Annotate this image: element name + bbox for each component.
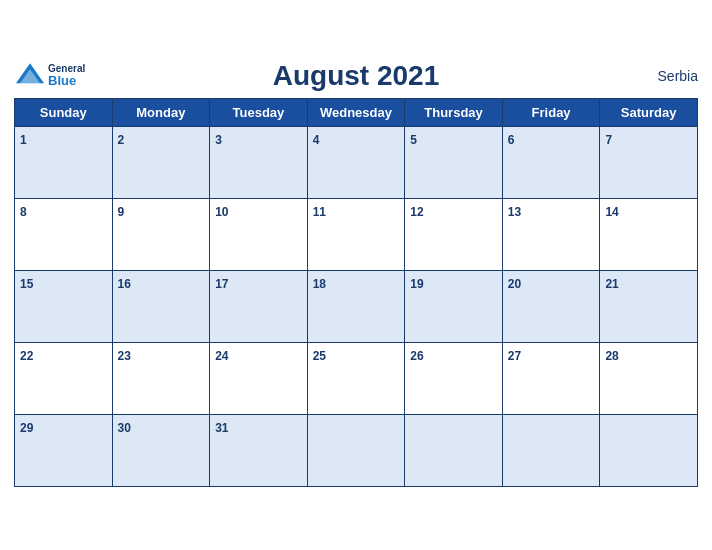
calendar-cell: 29 xyxy=(15,414,113,486)
date-number: 23 xyxy=(118,349,131,363)
date-number: 2 xyxy=(118,133,125,147)
logo-blue-text: Blue xyxy=(48,74,85,88)
calendar-cell: 26 xyxy=(405,342,503,414)
header-wednesday: Wednesday xyxy=(307,98,405,126)
date-number: 28 xyxy=(605,349,618,363)
header-friday: Friday xyxy=(502,98,600,126)
calendar-cell xyxy=(502,414,600,486)
date-number: 25 xyxy=(313,349,326,363)
date-number: 15 xyxy=(20,277,33,291)
date-number: 10 xyxy=(215,205,228,219)
date-number: 29 xyxy=(20,421,33,435)
date-number: 26 xyxy=(410,349,423,363)
calendar-cell: 9 xyxy=(112,198,210,270)
calendar-cell: 16 xyxy=(112,270,210,342)
logo-icon xyxy=(14,61,46,91)
calendar-cell xyxy=(600,414,698,486)
calendar-header: General Blue August 2021 Serbia xyxy=(14,60,698,92)
calendar-cell: 28 xyxy=(600,342,698,414)
calendar-cell: 8 xyxy=(15,198,113,270)
date-number: 27 xyxy=(508,349,521,363)
calendar-week-row-2: 891011121314 xyxy=(15,198,698,270)
calendar-table: Sunday Monday Tuesday Wednesday Thursday… xyxy=(14,98,698,487)
calendar-cell: 7 xyxy=(600,126,698,198)
calendar-cell: 13 xyxy=(502,198,600,270)
calendar-cell: 24 xyxy=(210,342,308,414)
calendar-cell: 3 xyxy=(210,126,308,198)
date-number: 31 xyxy=(215,421,228,435)
calendar-week-row-1: 1234567 xyxy=(15,126,698,198)
date-number: 11 xyxy=(313,205,326,219)
date-number: 30 xyxy=(118,421,131,435)
date-number: 1 xyxy=(20,133,27,147)
calendar-cell: 4 xyxy=(307,126,405,198)
date-number: 3 xyxy=(215,133,222,147)
header-saturday: Saturday xyxy=(600,98,698,126)
calendar-week-row-5: 293031 xyxy=(15,414,698,486)
calendar-cell: 12 xyxy=(405,198,503,270)
date-number: 22 xyxy=(20,349,33,363)
calendar-cell: 31 xyxy=(210,414,308,486)
calendar-cell: 15 xyxy=(15,270,113,342)
calendar-cell: 18 xyxy=(307,270,405,342)
calendar-cell: 14 xyxy=(600,198,698,270)
calendar-cell: 19 xyxy=(405,270,503,342)
calendar-container: General Blue August 2021 Serbia Sunday M… xyxy=(0,50,712,501)
header-thursday: Thursday xyxy=(405,98,503,126)
date-number: 20 xyxy=(508,277,521,291)
date-number: 8 xyxy=(20,205,27,219)
logo: General Blue xyxy=(14,61,85,91)
calendar-title: August 2021 xyxy=(14,60,698,92)
calendar-cell: 11 xyxy=(307,198,405,270)
calendar-week-row-3: 15161718192021 xyxy=(15,270,698,342)
header-monday: Monday xyxy=(112,98,210,126)
date-number: 13 xyxy=(508,205,521,219)
date-number: 21 xyxy=(605,277,618,291)
calendar-cell: 30 xyxy=(112,414,210,486)
calendar-cell: 27 xyxy=(502,342,600,414)
date-number: 9 xyxy=(118,205,125,219)
date-number: 7 xyxy=(605,133,612,147)
calendar-cell: 6 xyxy=(502,126,600,198)
calendar-cell: 1 xyxy=(15,126,113,198)
date-number: 14 xyxy=(605,205,618,219)
calendar-cell xyxy=(405,414,503,486)
header-tuesday: Tuesday xyxy=(210,98,308,126)
calendar-cell: 23 xyxy=(112,342,210,414)
calendar-cell xyxy=(307,414,405,486)
date-number: 18 xyxy=(313,277,326,291)
calendar-cell: 20 xyxy=(502,270,600,342)
weekday-header-row: Sunday Monday Tuesday Wednesday Thursday… xyxy=(15,98,698,126)
header-sunday: Sunday xyxy=(15,98,113,126)
country-label: Serbia xyxy=(658,68,698,84)
date-number: 24 xyxy=(215,349,228,363)
calendar-week-row-4: 22232425262728 xyxy=(15,342,698,414)
date-number: 4 xyxy=(313,133,320,147)
date-number: 16 xyxy=(118,277,131,291)
date-number: 12 xyxy=(410,205,423,219)
date-number: 19 xyxy=(410,277,423,291)
date-number: 5 xyxy=(410,133,417,147)
calendar-cell: 2 xyxy=(112,126,210,198)
calendar-cell: 25 xyxy=(307,342,405,414)
date-number: 17 xyxy=(215,277,228,291)
calendar-cell: 10 xyxy=(210,198,308,270)
calendar-cell: 21 xyxy=(600,270,698,342)
date-number: 6 xyxy=(508,133,515,147)
calendar-cell: 22 xyxy=(15,342,113,414)
calendar-cell: 17 xyxy=(210,270,308,342)
calendar-cell: 5 xyxy=(405,126,503,198)
